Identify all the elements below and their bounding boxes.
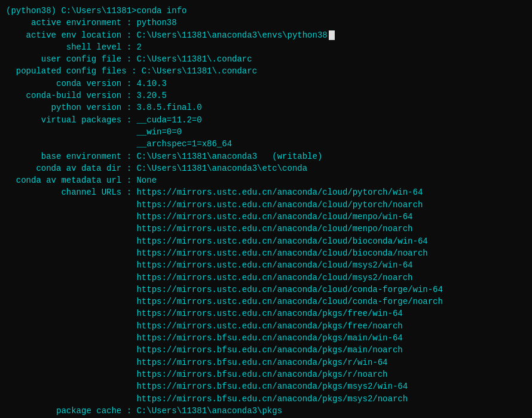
terminal-line: https://mirrors.ustc.edu.cn/anaconda/clo… xyxy=(6,235,526,247)
terminal-line: https://mirrors.ustc.edu.cn/anaconda/clo… xyxy=(6,259,526,271)
terminal-line: https://mirrors.ustc.edu.cn/anaconda/clo… xyxy=(6,284,526,296)
terminal-line: shell level : 2 xyxy=(6,41,526,53)
terminal-line: https://mirrors.ustc.edu.cn/anaconda/pkg… xyxy=(6,308,526,319)
terminal-window: (python38) C:\Users\11381>conda info act… xyxy=(0,0,532,418)
terminal-line: https://mirrors.bfsu.edu.cn/anaconda/pkg… xyxy=(6,393,526,405)
terminal-line: https://mirrors.bfsu.edu.cn/anaconda/pkg… xyxy=(6,344,526,356)
terminal-line: conda-build version : 3.20.5 xyxy=(6,90,526,102)
terminal-line: populated config files : C:\Users\11381\… xyxy=(6,65,526,77)
terminal-cursor xyxy=(329,30,335,40)
terminal-line: https://mirrors.ustc.edu.cn/anaconda/clo… xyxy=(6,247,526,259)
terminal-line: active environment : python38 xyxy=(6,17,526,29)
terminal-line: conda version : 4.10.3 xyxy=(6,78,526,90)
terminal-line: base environment : C:\Users\11381\anacon… xyxy=(6,150,526,162)
terminal-line: https://mirrors.bfsu.edu.cn/anaconda/pkg… xyxy=(6,368,526,380)
terminal-line: package cache : C:\Users\11381\anaconda3… xyxy=(6,405,526,417)
terminal-line: __archspec=1=x86_64 xyxy=(6,138,526,150)
terminal-line: active env location : C:\Users\11381\ana… xyxy=(6,29,526,41)
terminal-line: python version : 3.8.5.final.0 xyxy=(6,102,526,113)
terminal-line: https://mirrors.ustc.edu.cn/anaconda/pkg… xyxy=(6,320,526,332)
terminal-line: https://mirrors.bfsu.edu.cn/anaconda/pkg… xyxy=(6,380,526,392)
terminal-line: https://mirrors.ustc.edu.cn/anaconda/clo… xyxy=(6,296,526,308)
terminal-line: https://mirrors.ustc.edu.cn/anaconda/clo… xyxy=(6,199,526,211)
terminal-line: conda av metadata url : None xyxy=(6,174,526,186)
terminal-line: virtual packages : __cuda=11.2=0 xyxy=(6,114,526,126)
terminal-line: https://mirrors.ustc.edu.cn/anaconda/clo… xyxy=(6,272,526,284)
terminal-line: https://mirrors.bfsu.edu.cn/anaconda/pkg… xyxy=(6,356,526,368)
terminal-line: conda av data dir : C:\Users\11381\anaco… xyxy=(6,162,526,174)
terminal-line: __win=0=0 xyxy=(6,126,526,138)
terminal-line: https://mirrors.bfsu.edu.cn/anaconda/pkg… xyxy=(6,332,526,344)
terminal-line: https://mirrors.ustc.edu.cn/anaconda/clo… xyxy=(6,223,526,235)
terminal-line: user config file : C:\Users\11381\.conda… xyxy=(6,53,526,65)
terminal-line: https://mirrors.ustc.edu.cn/anaconda/clo… xyxy=(6,211,526,223)
terminal-line: (python38) C:\Users\11381>conda info xyxy=(6,5,526,17)
terminal-line: channel URLs : https://mirrors.ustc.edu.… xyxy=(6,186,526,198)
